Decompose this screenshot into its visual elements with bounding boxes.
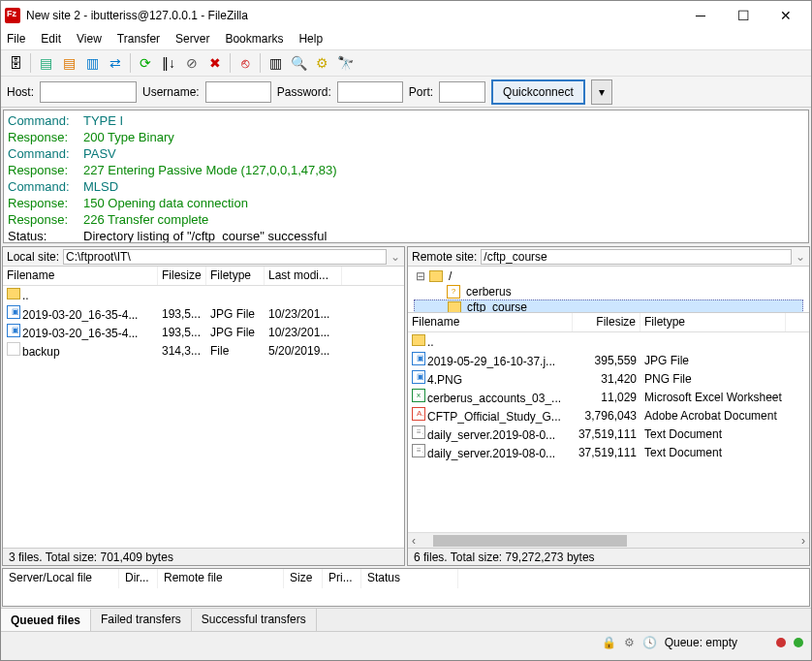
folder-icon xyxy=(7,288,20,299)
log-row: Response:150 Opening data connection xyxy=(8,195,804,211)
tree-item[interactable]: cftp_course xyxy=(414,299,803,313)
local-filelist[interactable]: ..▣2019-03-20_16-35-4...193,5...JPG File… xyxy=(3,286,404,548)
menubar: File Edit View Transfer Server Bookmarks… xyxy=(1,30,811,49)
disconnect-icon[interactable]: ✖ xyxy=(204,52,226,74)
close-button[interactable]: ✕ xyxy=(765,2,807,29)
led-idle-icon xyxy=(776,638,786,647)
binoculars-icon[interactable]: 🔭 xyxy=(334,52,356,74)
folder-icon xyxy=(429,270,443,282)
toolbar: 🗄 ▤ ▤ ▥ ⇄ ⟳ ‖↓ ⊘ ✖ ⎋ ▥ 🔍 ⚙ 🔭 xyxy=(1,49,811,77)
queue-pane: Server/Local file Dir... Remote file Siz… xyxy=(2,568,810,607)
local-pane: Local site: ⌄ Filename Filesize Filetype… xyxy=(2,246,405,566)
file-row[interactable]: ▣2019-03-20_16-35-4...193,5...JPG File10… xyxy=(3,304,404,323)
tree-item[interactable]: ⊟/ xyxy=(414,268,803,284)
queue-status: Queue: empty xyxy=(665,636,737,649)
toggle-remotetree-icon[interactable]: ▥ xyxy=(81,52,103,74)
port-input[interactable] xyxy=(439,81,485,103)
host-label: Host: xyxy=(7,85,34,99)
remote-hscroll[interactable]: ‹› xyxy=(408,532,809,548)
toggle-queue-icon[interactable]: ⇄ xyxy=(105,52,126,74)
local-headers[interactable]: Filename Filesize Filetype Last modi... xyxy=(3,267,404,286)
remote-filelist[interactable]: ..▣2019-05-29_16-10-37.j...395,559JPG Fi… xyxy=(408,332,809,532)
jpg-icon: ▣ xyxy=(7,324,20,337)
host-input[interactable] xyxy=(40,81,137,103)
remote-path-dropdown-icon[interactable]: ⌄ xyxy=(796,250,805,264)
tab-successful[interactable]: Successful transfers xyxy=(192,609,317,631)
titlebar: New site 2 - ibutteriss@127.0.0.1 - File… xyxy=(1,1,811,30)
filter-icon[interactable]: ▥ xyxy=(265,52,286,74)
local-path-input[interactable] xyxy=(63,249,387,265)
remote-tree[interactable]: ⊟/?cerberuscftp_course xyxy=(408,267,809,313)
port-label: Port: xyxy=(409,85,433,99)
file-row[interactable]: ACFTP_Official_Study_G...3,796,043Adobe … xyxy=(408,406,809,425)
remote-status: 6 files. Total size: 79,272,273 bytes xyxy=(408,548,809,565)
file-row[interactable]: xcerberus_accounts_03_...11,029Microsoft… xyxy=(408,388,809,406)
file-row[interactable]: backup314,3...File5/20/2019... xyxy=(3,341,404,360)
log-row: Command:TYPE I xyxy=(8,112,804,129)
menu-view[interactable]: View xyxy=(75,30,104,49)
tab-failed[interactable]: Failed transfers xyxy=(91,609,192,631)
username-input[interactable] xyxy=(205,81,271,103)
app-icon xyxy=(5,8,20,23)
menu-bookmarks[interactable]: Bookmarks xyxy=(223,30,285,49)
log-row: Status:Directory listing of "/cftp_cours… xyxy=(8,228,804,243)
minimize-button[interactable]: ─ xyxy=(679,2,722,29)
folder-icon xyxy=(412,334,425,346)
file-row[interactable]: ▣2019-03-20_16-35-4...193,5...JPG File10… xyxy=(3,323,404,341)
window-title: New site 2 - ibutteriss@127.0.0.1 - File… xyxy=(26,9,679,22)
file-row[interactable]: .. xyxy=(408,332,809,351)
toggle-localtree-icon[interactable]: ▤ xyxy=(58,52,79,74)
remote-headers[interactable]: Filename Filesize Filetype xyxy=(408,313,809,332)
led-active-icon xyxy=(794,638,803,647)
queue-headers[interactable]: Server/Local file Dir... Remote file Siz… xyxy=(3,569,809,588)
log-row: Command:MLSD xyxy=(8,178,804,195)
txt-icon: ≡ xyxy=(412,425,425,439)
quickconnect-button[interactable]: Quickconnect xyxy=(491,79,585,105)
tree-item[interactable]: ?cerberus xyxy=(414,284,803,299)
remote-site-label: Remote site: xyxy=(412,250,477,264)
local-site-label: Local site: xyxy=(7,250,59,264)
log-row: Response:226 Transfer complete xyxy=(8,211,804,228)
menu-transfer[interactable]: Transfer xyxy=(115,30,162,49)
remote-pane: Remote site: ⌄ ⊟/?cerberuscftp_course Fi… xyxy=(407,246,810,566)
file-row[interactable]: ▣4.PNG31,420PNG File xyxy=(408,369,809,388)
menu-edit[interactable]: Edit xyxy=(39,30,63,49)
maximize-button[interactable]: ☐ xyxy=(722,2,765,29)
txt-icon: ≡ xyxy=(412,444,425,457)
menu-file[interactable]: File xyxy=(5,30,27,49)
search-icon[interactable]: 🔍 xyxy=(288,52,309,74)
password-label: Password: xyxy=(277,85,331,99)
message-log[interactable]: Command:TYPE IResponse:200 Type BinaryCo… xyxy=(3,110,809,243)
tab-queued[interactable]: Queued files xyxy=(1,609,91,631)
unk-icon: ? xyxy=(447,285,460,299)
process-queue-icon[interactable]: ‖↓ xyxy=(158,52,179,74)
refresh-icon[interactable]: ⟳ xyxy=(135,52,156,74)
password-input[interactable] xyxy=(337,81,403,103)
file-row[interactable]: ≡daily_server.2019-08-0...37,519,111Text… xyxy=(408,443,809,461)
quickconnect-dropdown[interactable]: ▾ xyxy=(591,79,612,105)
jpg-icon: ▣ xyxy=(7,305,20,319)
file-row[interactable]: ≡daily_server.2019-08-0...37,519,111Text… xyxy=(408,425,809,443)
local-path-dropdown-icon[interactable]: ⌄ xyxy=(390,250,400,264)
file-row[interactable]: ▣2019-05-29_16-10-37.j...395,559JPG File xyxy=(408,351,809,369)
log-row: Response:200 Type Binary xyxy=(8,129,804,145)
menu-help[interactable]: Help xyxy=(297,30,325,49)
statusbar: 🔒 ⚙ 🕓 Queue: empty xyxy=(1,631,811,652)
log-row: Response:227 Entering Passive Mode (127,… xyxy=(8,162,804,178)
toggle-log-icon[interactable]: ▤ xyxy=(35,52,56,74)
queue-tabs: Queued files Failed transfers Successful… xyxy=(1,608,811,631)
file-row[interactable]: .. xyxy=(3,286,404,304)
png-icon: ▣ xyxy=(412,370,425,384)
lock-icon: 🔒 xyxy=(602,636,616,649)
sitemanager-icon[interactable]: 🗄 xyxy=(5,52,26,74)
log-row: Command:PASV xyxy=(8,145,804,162)
username-label: Username: xyxy=(142,85,200,99)
reconnect-icon[interactable]: ⎋ xyxy=(234,52,256,74)
menu-server[interactable]: Server xyxy=(173,30,211,49)
clock-icon: 🕓 xyxy=(642,636,657,649)
cancel-icon[interactable]: ⊘ xyxy=(181,52,203,74)
compare-icon[interactable]: ⚙ xyxy=(311,52,332,74)
remote-path-input[interactable] xyxy=(481,249,792,265)
folder-icon xyxy=(448,301,461,313)
jpg-icon: ▣ xyxy=(412,352,425,365)
